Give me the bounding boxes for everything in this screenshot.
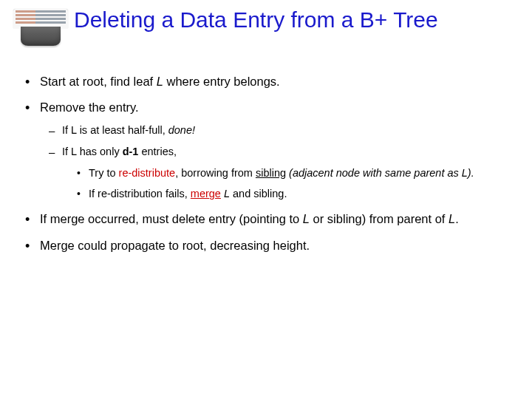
text: If L is at least half-full, <box>62 124 168 136</box>
slide-body: Start at root, find leaf L where entry b… <box>22 74 510 264</box>
slide: Deleting a Data Entry from a B+ Tree Sta… <box>0 0 532 399</box>
text-d1: d-1 <box>123 146 139 157</box>
text: , borrowing from <box>175 167 256 179</box>
bullet-merge-occurred: If merge occurred, must delete entry (po… <box>22 211 510 227</box>
subsub-redistribute: Try to re-distribute, borrowing from sib… <box>62 166 510 180</box>
bullet-start-at-root: Start at root, find leaf L where entry b… <box>22 74 510 89</box>
var-L: L <box>224 188 230 200</box>
var-L: L <box>303 212 310 225</box>
text: and sibling. <box>230 188 287 200</box>
text: If L has only <box>62 146 123 157</box>
text: Start at root, find leaf <box>40 75 157 88</box>
text: If merge occurred, must delete entry (po… <box>40 212 303 225</box>
text-redistribute: re-distribute <box>119 167 176 179</box>
subbullet-d-minus-1: If L has only d-1 entries, Try to re-dis… <box>40 145 510 202</box>
var-L: L <box>449 212 455 225</box>
text: entries, <box>138 146 177 157</box>
text-sibling: sibling <box>256 167 286 179</box>
text: Remove the entry. <box>40 100 139 114</box>
bullet-propagate-root: Merge could propagate to root, decreasin… <box>22 238 510 253</box>
var-L: L <box>157 75 163 88</box>
database-icon <box>13 9 68 46</box>
text: where entry belongs. <box>163 75 280 88</box>
bullet-remove-entry: Remove the entry. If L is at least half-… <box>22 100 510 201</box>
text: If re-distribution fails, <box>89 188 191 200</box>
text: Merge could propagate to root, decreasin… <box>40 239 310 252</box>
slide-title: Deleting a Data Entry from a B+ Tree <box>74 7 525 33</box>
subsub-merge: If re-distribution fails, merge L and si… <box>62 187 510 201</box>
text-done: done! <box>168 124 195 136</box>
text-paren: (adjacent node with same parent as L). <box>286 167 474 179</box>
text-merge: merge <box>191 188 221 200</box>
text: or sibling) from parent of <box>310 212 449 225</box>
text: . <box>455 212 459 225</box>
text: Try to <box>89 167 119 179</box>
subbullet-half-full: If L is at least half-full, done! <box>40 123 510 137</box>
